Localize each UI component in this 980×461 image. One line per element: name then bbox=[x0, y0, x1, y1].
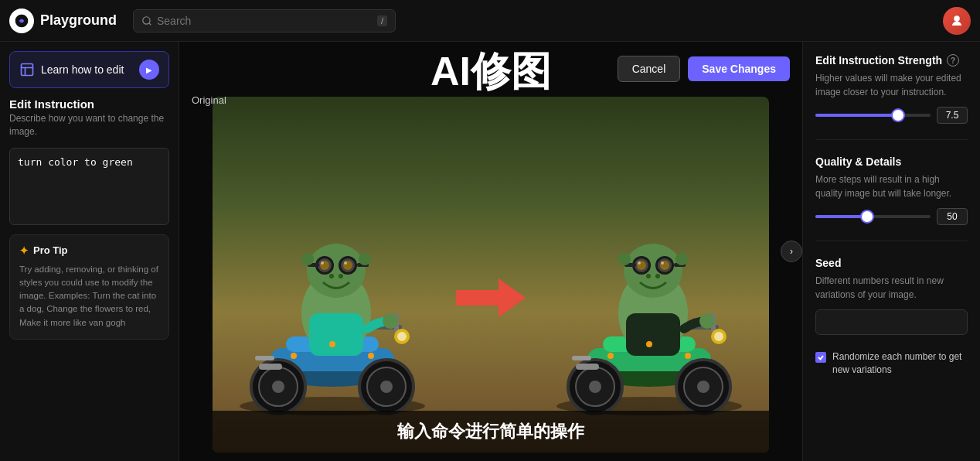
strength-slider-value: 7.5 bbox=[937, 107, 968, 124]
star-icon: ✦ bbox=[19, 244, 29, 257]
pro-tip-box: ✦ Pro Tip Try adding, removing, or think… bbox=[9, 234, 169, 340]
quality-desc: More steps will result in a high quality… bbox=[815, 172, 968, 200]
play-icon[interactable]: ▶ bbox=[139, 60, 159, 80]
svg-point-39 bbox=[397, 332, 407, 341]
learn-btn-label: Learn how to edit bbox=[41, 63, 124, 76]
search-input[interactable] bbox=[157, 15, 373, 27]
frog-green-bike-svg bbox=[533, 128, 765, 422]
checkmark-icon bbox=[817, 353, 825, 361]
strength-title: Edit Instruction Strength bbox=[815, 54, 942, 67]
frog-blue-bike-svg bbox=[216, 128, 448, 422]
svg-point-75 bbox=[646, 341, 652, 347]
learn-btn-left: Learn how to edit bbox=[19, 62, 124, 77]
strength-slider-fill bbox=[815, 114, 898, 117]
svg-point-12 bbox=[380, 381, 393, 393]
svg-point-1 bbox=[143, 16, 150, 23]
seed-input[interactable] bbox=[815, 309, 968, 335]
book-icon bbox=[19, 62, 35, 77]
cancel-button[interactable]: Cancel bbox=[618, 56, 681, 82]
svg-point-9 bbox=[272, 381, 284, 393]
save-changes-button[interactable]: Save Changes bbox=[688, 56, 790, 81]
pro-tip-header: ✦ Pro Tip bbox=[19, 244, 159, 257]
canvas-header bbox=[179, 42, 802, 54]
svg-marker-40 bbox=[456, 278, 526, 317]
svg-point-23 bbox=[321, 261, 324, 265]
svg-point-77 bbox=[714, 332, 723, 341]
sidebar-left: Learn how to edit ▶ Edit Instruction Des… bbox=[0, 42, 179, 461]
quality-slider-thumb[interactable] bbox=[862, 211, 873, 222]
svg-point-35 bbox=[291, 353, 297, 359]
slash-badge: / bbox=[377, 15, 387, 26]
strength-info-icon[interactable]: ? bbox=[947, 54, 959, 67]
svg-point-50 bbox=[697, 381, 709, 393]
svg-point-34 bbox=[383, 313, 398, 329]
svg-point-74 bbox=[685, 353, 691, 359]
svg-point-57 bbox=[624, 244, 682, 298]
search-bar[interactable]: / bbox=[133, 9, 396, 32]
edit-instruction-section: Edit Instruction Describe how you want t… bbox=[9, 97, 169, 138]
quality-section: Quality & Details More steps will result… bbox=[815, 155, 968, 225]
pro-tip-text: Try adding, removing, or thinking of sty… bbox=[19, 263, 159, 330]
quality-slider-row: 50 bbox=[815, 208, 968, 225]
image-container: 输入命令进行简单的操作 › bbox=[179, 42, 802, 461]
header: Playground / bbox=[0, 0, 980, 42]
svg-rect-52 bbox=[572, 356, 591, 360]
subtitle-bar: 输入命令进行简单的操作 bbox=[213, 411, 769, 452]
svg-point-70 bbox=[618, 253, 631, 265]
seed-section: Seed Different numbers result in new var… bbox=[815, 257, 968, 335]
nav-arrow-right[interactable]: › bbox=[781, 241, 802, 262]
sidebar-right: Edit Instruction Strength ? Higher value… bbox=[802, 42, 980, 461]
svg-point-31 bbox=[339, 274, 343, 278]
quality-slider-value: 50 bbox=[937, 208, 968, 225]
svg-point-19 bbox=[307, 244, 366, 298]
avatar[interactable] bbox=[943, 7, 971, 35]
strength-slider-thumb[interactable] bbox=[893, 110, 903, 121]
svg-point-47 bbox=[589, 381, 601, 393]
main-layout: Learn how to edit ▶ Edit Instruction Des… bbox=[0, 42, 980, 461]
strength-slider-track[interactable] bbox=[815, 114, 931, 117]
logo-area: Playground bbox=[9, 9, 133, 33]
svg-point-72 bbox=[699, 313, 715, 329]
randomize-label: Randomize each number to get new variati… bbox=[832, 350, 968, 377]
strength-title-row: Edit Instruction Strength ? bbox=[815, 54, 968, 67]
svg-point-32 bbox=[301, 253, 314, 265]
strength-slider-row: 7.5 bbox=[815, 107, 968, 124]
svg-point-37 bbox=[329, 341, 335, 347]
svg-rect-56 bbox=[626, 313, 680, 356]
edit-instruction-title: Edit Instruction bbox=[9, 97, 169, 111]
quality-title-row: Quality & Details bbox=[815, 155, 968, 168]
svg-point-69 bbox=[655, 274, 660, 278]
svg-point-30 bbox=[329, 274, 334, 278]
quality-slider-fill bbox=[815, 215, 867, 218]
user-icon bbox=[950, 14, 964, 28]
svg-point-65 bbox=[661, 261, 664, 265]
svg-rect-13 bbox=[259, 364, 282, 370]
svg-point-68 bbox=[646, 274, 651, 278]
svg-point-33 bbox=[359, 253, 371, 265]
pro-tip-title: Pro Tip bbox=[33, 244, 68, 256]
svg-point-27 bbox=[344, 261, 347, 265]
quality-title: Quality & Details bbox=[815, 155, 901, 168]
strength-section: Edit Instruction Strength ? Higher value… bbox=[815, 54, 968, 124]
svg-point-73 bbox=[607, 353, 614, 359]
quality-slider-track[interactable] bbox=[815, 215, 931, 218]
instruction-input[interactable]: turn color to green bbox=[9, 148, 169, 225]
svg-rect-51 bbox=[576, 364, 599, 370]
logo-text: Playground bbox=[40, 12, 117, 29]
divider-2 bbox=[815, 241, 968, 241]
svg-point-61 bbox=[638, 261, 641, 265]
seed-desc: Different numbers result in new variatio… bbox=[815, 274, 968, 302]
divider-1 bbox=[815, 139, 968, 140]
seed-title: Seed bbox=[815, 257, 968, 269]
randomize-checkbox[interactable] bbox=[815, 352, 826, 363]
logo-icon bbox=[9, 9, 34, 33]
search-icon bbox=[141, 15, 152, 26]
svg-rect-18 bbox=[309, 313, 363, 356]
arrow-icon bbox=[456, 271, 526, 325]
learn-how-button[interactable]: Learn how to edit ▶ bbox=[9, 51, 169, 88]
svg-rect-14 bbox=[255, 356, 274, 360]
svg-point-36 bbox=[368, 353, 374, 359]
svg-point-71 bbox=[675, 253, 688, 265]
frog-right-bike bbox=[533, 128, 765, 422]
original-label: Original bbox=[192, 94, 226, 106]
